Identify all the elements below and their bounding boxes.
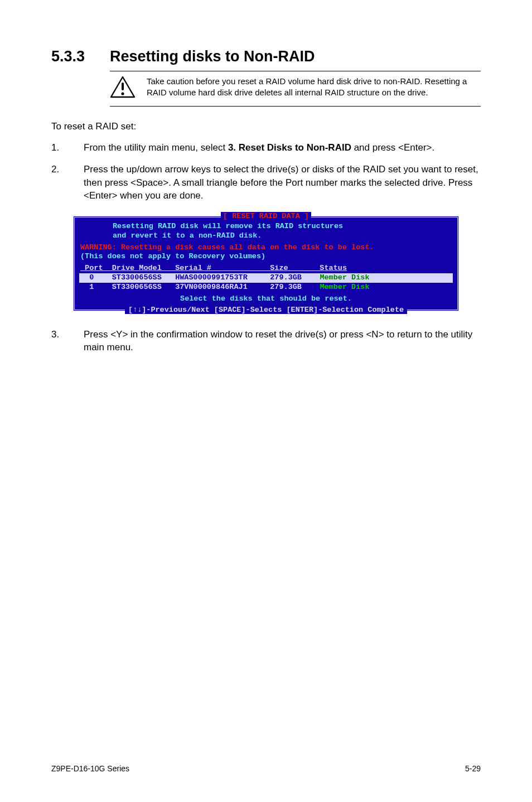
step-body: Press the up/down arrow keys to select t… [84,163,481,202]
caution-note: Take caution before you reset a RAID vol… [110,71,481,107]
step-text-prefix: From the utility main menu, select [84,142,228,153]
step-number: 2. [51,163,84,202]
step-number: 1. [51,141,84,154]
footer-right: 5-29 [465,764,481,773]
table-header: Port Drive Model Serial # Size Status [80,264,452,273]
page-footer: Z9PE-D16-10G Series 5-29 [51,764,481,773]
steps-list: 1. From the utility main menu, select 3.… [51,141,481,202]
terminal-legend: [↑↓]-Previous/Next [SPACE]-Selects [ENTE… [75,306,457,315]
step-body: Press <Y> in the confirmation window to … [84,328,481,354]
section-title-text: Resetting disks to Non-RAID [110,48,315,65]
list-item: 3. Press <Y> in the confirmation window … [51,328,481,354]
svg-point-2 [121,92,124,95]
table-row[interactable]: 0 ST3300656SS HWAS0000991753TR 279.3GB M… [79,273,453,283]
list-item: 2. Press the up/down arrow keys to selec… [51,163,481,202]
step-number: 3. [51,328,84,354]
footer-left: Z9PE-D16-10G Series [51,764,129,773]
step-bold: 3. Reset Disks to Non-RAID [228,142,351,153]
terminal-warning: WARNING: Resetting a disk causes all dat… [80,243,452,253]
list-item: 1. From the utility main menu, select 3.… [51,141,481,154]
lead-text: To reset a RAID set: [51,121,481,132]
step-text-suffix: and press <Enter>. [351,142,434,153]
step-body: From the utility main menu, select 3. Re… [84,141,481,154]
table-row[interactable]: 1 ST3300656SS 37VN00009846RAJ1 279.3GB M… [80,283,452,292]
terminal-title: [ RESET RAID DATA ] [75,212,457,221]
terminal-panel: [ RESET RAID DATA ] Resetting RAID disk … [73,216,459,311]
svg-rect-1 [122,83,124,90]
terminal-prompt: Select the disks that should be reset. [80,294,452,304]
terminal-message: Resetting RAID disk will remove its RAID… [113,222,452,231]
caution-icon [110,76,136,100]
section-number: 5.3.3 [51,48,110,65]
terminal-message: and revert it to a non-RAID disk. [113,231,452,241]
caution-text: Take caution before you reset a RAID vol… [147,76,481,98]
terminal-warning-sub: (This does not apply to Recovery volumes… [80,252,452,262]
steps-list-cont: 3. Press <Y> in the confirmation window … [51,328,481,354]
section-heading: 5.3.3Resetting disks to Non-RAID [51,48,481,65]
